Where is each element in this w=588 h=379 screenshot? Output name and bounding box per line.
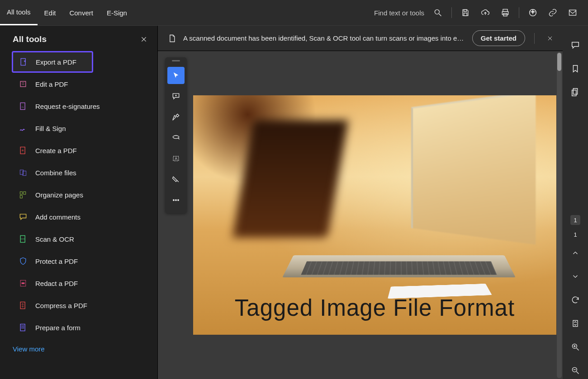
svg-rect-30 [22,326,24,327]
current-page-indicator[interactable]: 1 [570,215,580,225]
tool-redact-pdf[interactable]: Redact a PDF [13,272,145,294]
top-nav: All tools Edit Convert E-Sign [0,0,134,25]
fit-page-icon[interactable] [567,315,584,332]
form-icon [18,323,28,332]
get-started-button[interactable]: Get started [472,30,525,46]
tool-prepare-form[interactable]: Prepare a form [13,317,145,338]
edit-pdf-icon [18,79,28,89]
link-icon[interactable] [544,4,562,22]
tool-combine-files[interactable]: Combine files [13,162,145,183]
zoom-out-icon[interactable] [567,362,584,379]
svg-rect-4 [503,9,507,12]
svg-point-39 [173,200,175,201]
divider [451,7,452,18]
tool-label: Scan & OCR [35,235,74,243]
signature-icon [18,101,28,111]
protect-icon [18,256,28,266]
tool-create-pdf[interactable]: Create a PDF [13,140,145,161]
close-sidebar-icon[interactable] [138,34,149,45]
more-tools-icon[interactable] [167,192,185,209]
view-more-link[interactable]: View more [0,339,157,359]
svg-rect-31 [22,328,24,328]
draw-tool[interactable] [167,129,185,146]
main-column: A scanned document has been identified, … [158,26,563,379]
scan-ocr-icon [18,234,28,244]
svg-point-40 [175,200,177,201]
nav-esign[interactable]: E-Sign [100,0,134,25]
svg-rect-23 [20,196,22,198]
page-caption: Tagged Image File Format [193,295,556,321]
export-pdf-icon [19,57,28,67]
print-icon[interactable] [496,4,514,22]
tool-label: Combine files [35,169,76,177]
tool-label: Protect a PDF [35,257,78,265]
document-page[interactable]: Tagged Image File Format [193,95,556,335]
tools-list: Export a PDF Edit a PDF Request e-signat… [0,51,157,339]
save-icon[interactable] [456,4,474,22]
tool-label: Create a PDF [35,147,77,154]
drag-handle-icon[interactable] [172,60,180,61]
add-note-tool[interactable] [167,88,185,105]
svg-rect-2 [464,9,467,11]
nav-all-tools[interactable]: All tools [0,0,38,25]
svg-rect-21 [20,192,22,194]
highlight-tool[interactable] [167,108,185,126]
organize-icon [18,190,28,200]
tool-label: Edit a PDF [35,80,68,88]
ai-assistant-icon[interactable] [524,4,542,22]
tool-label: Add comments [35,213,81,221]
divider [519,7,519,18]
svg-point-36 [173,136,179,139]
scroll-thumb[interactable] [557,53,561,71]
photo-element [411,95,536,245]
tool-label: Request e-signatures [35,103,100,110]
sign-tool[interactable] [167,171,185,188]
tool-scan-ocr[interactable]: Scan & OCR [13,228,145,250]
comments-panel-icon[interactable] [567,37,584,54]
rotate-icon[interactable] [567,291,584,309]
sidebar: All tools Export a PDF Edit a PDF [0,26,158,379]
nav-convert[interactable]: Convert [62,0,100,25]
search-hint[interactable]: Find text or tools [374,9,424,17]
svg-line-1 [439,14,441,16]
document-canvas[interactable]: A Tagged Image File Format [158,51,563,379]
redact-icon [18,278,28,288]
tool-protect-pdf[interactable]: Protect a PDF [13,250,145,272]
tool-label: Organize pages [35,191,83,199]
right-rail: 1 1 [563,26,588,379]
page-down-icon[interactable] [567,268,584,285]
zoom-in-icon[interactable] [567,338,584,356]
tool-label: Redact a PDF [35,280,78,287]
text-box-tool[interactable]: A [167,150,185,167]
top-right-actions: Find text or tools [374,4,588,22]
mail-icon[interactable] [564,4,582,22]
tool-label: Export a PDF [36,58,76,66]
svg-rect-27 [22,282,25,284]
tool-compress-pdf[interactable]: Compress a PDF [13,295,145,316]
tool-add-comments[interactable]: Add comments [13,206,145,228]
tool-organize-pages[interactable]: Organize pages [13,184,145,206]
page-up-icon[interactable] [567,244,584,262]
floating-toolbar: A [165,57,187,213]
tool-fill-sign[interactable]: Fill & Sign [13,117,145,139]
tool-label: Compress a PDF [35,302,87,309]
pages-panel-icon[interactable] [567,84,584,101]
bookmarks-panel-icon[interactable] [567,60,584,77]
tool-export-pdf[interactable]: Export a PDF [12,51,93,73]
tool-request-signatures[interactable]: Request e-signatures [13,95,145,117]
banner-message: A scanned document has been identified, … [183,34,466,42]
close-banner-icon[interactable] [544,32,556,45]
nav-edit[interactable]: Edit [38,0,63,25]
search-icon[interactable] [429,4,447,22]
ocr-banner: A scanned document has been identified, … [158,26,563,51]
scrollbar[interactable] [557,52,562,378]
total-pages: 1 [574,231,577,238]
select-tool[interactable] [167,67,185,84]
fill-sign-icon [18,123,28,133]
cloud-upload-icon[interactable] [476,4,494,22]
tool-edit-pdf[interactable]: Edit a PDF [13,73,145,95]
compress-icon [18,300,28,310]
create-pdf-icon [18,145,28,155]
combine-icon [18,168,28,178]
divider [534,33,535,44]
